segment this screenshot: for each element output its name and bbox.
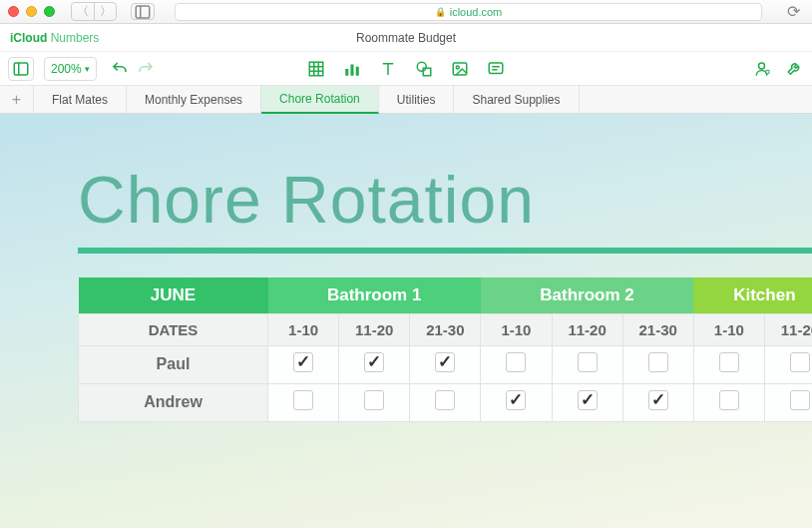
date-range-header: 1-10 [268,313,339,345]
sheet-title: Chore Rotation [78,162,812,238]
insert-tools [307,60,505,78]
chore-cell[interactable] [410,383,481,421]
undo-button[interactable] [111,60,129,78]
date-range-header: 11-20 [552,313,622,345]
checkbox-icon[interactable] [506,352,526,372]
person-name: Andrew [79,383,268,421]
redo-button[interactable] [137,60,155,78]
chore-table: JUNEBathroom 1Bathroom 2Kitchen DATES1-1… [78,277,812,422]
svg-point-14 [417,62,426,71]
svg-rect-15 [423,68,431,76]
date-range-header: 1-10 [481,313,552,345]
checkbox-icon[interactable] [293,352,313,372]
chore-cell[interactable] [481,345,552,383]
reload-button[interactable]: ⟳ [782,3,804,20]
document-title: Roommate Budget [0,31,812,45]
sheet-tabs: + Flat MatesMonthly ExpensesChore Rotati… [0,86,812,114]
chore-cell[interactable] [764,345,812,383]
checkbox-icon[interactable] [364,390,384,410]
address-bar[interactable]: 🔒 icloud.com [175,3,762,21]
checkbox-icon[interactable] [648,390,668,410]
sheet-tab[interactable]: Flat Mates [34,86,127,113]
svg-rect-0 [136,6,150,18]
back-button[interactable]: 〈 [72,3,94,20]
svg-point-17 [456,66,459,69]
svg-rect-11 [356,66,359,75]
date-range-header: 21-30 [410,313,481,345]
chore-cell[interactable] [552,383,622,421]
title-underline [78,248,812,254]
group-header: Kitchen [693,277,812,313]
minimize-window-button[interactable] [26,6,37,17]
checkbox-icon[interactable] [719,352,739,372]
insert-text-button[interactable] [379,60,397,78]
checkbox-icon[interactable] [648,352,668,372]
chore-cell[interactable] [622,383,693,421]
checkbox-icon[interactable] [293,390,313,410]
chore-cell[interactable] [339,345,410,383]
insert-shape-button[interactable] [415,60,433,78]
add-sheet-button[interactable]: + [0,86,34,113]
svg-rect-18 [489,63,503,74]
date-range-header: 11-20 [339,313,410,345]
toolbar: 200%▾ [0,52,812,86]
checkbox-icon[interactable] [364,352,384,372]
sidebar-toggle-button[interactable] [131,3,155,20]
checkbox-icon[interactable] [790,352,810,372]
lock-icon: 🔒 [435,7,446,17]
date-range-header: 1-10 [693,313,764,345]
checkbox-icon[interactable] [506,390,526,410]
dates-label: DATES [79,313,268,345]
tools-menu-button[interactable] [786,60,804,78]
checkbox-icon[interactable] [435,390,455,410]
chore-cell[interactable] [693,345,764,383]
insert-chart-button[interactable] [343,60,361,78]
svg-point-21 [759,63,765,69]
group-header: Bathroom 1 [268,277,481,313]
checkbox-icon[interactable] [578,352,598,372]
document-header: iCloud Numbers Roommate Budget [0,24,812,52]
collaborate-button[interactable] [754,60,772,78]
chore-cell[interactable] [268,345,339,383]
insert-table-button[interactable] [307,60,325,78]
sheet-tab[interactable]: Chore Rotation [261,86,379,114]
chore-cell[interactable] [481,383,552,421]
window-controls [8,6,55,17]
svg-rect-4 [309,62,323,76]
close-window-button[interactable] [8,6,19,17]
chevron-down-icon: ▾ [85,64,90,74]
checkbox-icon[interactable] [719,390,739,410]
nav-back-forward: 〈 〉 [71,2,117,21]
url-host: icloud.com [450,6,503,18]
window-titlebar: 〈 〉 🔒 icloud.com ⟳ [0,0,812,24]
insert-comment-button[interactable] [487,60,505,78]
month-header: JUNE [79,277,268,313]
chore-cell[interactable] [410,345,481,383]
zoom-window-button[interactable] [44,6,55,17]
sheet-tab[interactable]: Shared Supplies [454,86,579,113]
group-header: Bathroom 2 [481,277,693,313]
chore-cell[interactable] [622,345,693,383]
person-row: Paul [79,345,813,383]
chore-cell[interactable] [552,345,622,383]
date-range-header: 21-30 [622,313,693,345]
spreadsheet-canvas[interactable]: Chore Rotation JUNEBathroom 1Bathroom 2K… [0,114,812,528]
insert-image-button[interactable] [451,60,469,78]
checkbox-icon[interactable] [435,352,455,372]
chore-cell[interactable] [268,383,339,421]
chore-cell[interactable] [693,383,764,421]
sheet-tab[interactable]: Monthly Expenses [127,86,261,113]
person-row: Andrew [79,383,813,421]
svg-rect-10 [351,64,354,75]
date-range-header: 11-20 [764,313,812,345]
svg-rect-9 [345,69,348,76]
forward-button[interactable]: 〉 [94,3,116,20]
checkbox-icon[interactable] [790,390,810,410]
checkbox-icon[interactable] [578,390,598,410]
sheet-tab[interactable]: Utilities [379,86,455,113]
panel-toggle-button[interactable] [8,57,34,81]
app-brand[interactable]: iCloud Numbers [0,31,99,45]
chore-cell[interactable] [764,383,812,421]
zoom-select[interactable]: 200%▾ [44,57,97,81]
chore-cell[interactable] [339,383,410,421]
